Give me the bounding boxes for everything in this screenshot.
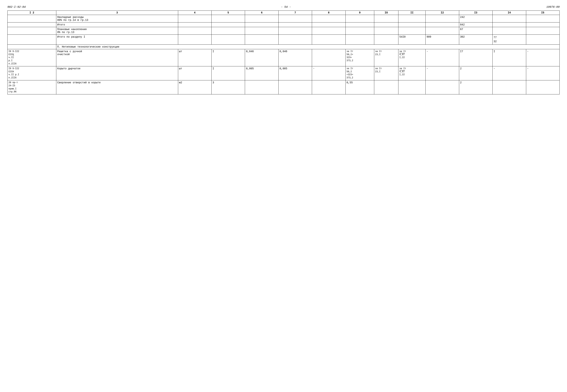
- cell-3-10: [398, 27, 426, 35]
- cell-3-13: [492, 27, 526, 35]
- planovye-row: Плановые накопления8% по гр.13 67: [8, 27, 560, 35]
- cell-3-8: [345, 27, 374, 35]
- cell-20-14: [526, 80, 560, 94]
- cell-2-7: [312, 23, 345, 27]
- cell-2-11: [426, 23, 459, 27]
- col-header-5: 6: [245, 11, 278, 15]
- cell-5-2: П. Нетиповые технологические конструкции: [56, 44, 559, 49]
- overhead-row: Накладные расходы80% по гр.14 в гр.13 24…: [8, 15, 560, 23]
- cell-19-6: 0,005: [278, 66, 312, 80]
- cell-18-14: -: [526, 49, 560, 66]
- main-table: I 2 3 4 5 6 7 8 9 IO II I2 I3 I4 I5 Накл…: [7, 11, 560, 94]
- cell-4-7: [312, 35, 345, 45]
- cell-20-9: [374, 80, 398, 94]
- cell-4-1: [8, 35, 56, 45]
- itogo-razdel-row: Итого по разделу I 54I0 909 302 7732: [8, 35, 560, 45]
- cell-20-11: [426, 80, 459, 94]
- cell-1-12: 242: [459, 15, 492, 23]
- cell-3-9: [374, 27, 398, 35]
- col-header-9: IO: [374, 11, 398, 15]
- cell-18-11: -: [426, 49, 459, 66]
- cell-19-12: 2: [459, 66, 492, 80]
- col-header-12: I3: [459, 11, 492, 15]
- cell-1-8: [345, 15, 374, 23]
- cell-20-13: [492, 80, 526, 94]
- col-header-13: I4: [492, 11, 526, 15]
- doc-number: 902-I-92-84: [7, 6, 26, 9]
- cell-2-9: [374, 23, 398, 27]
- col-header-14: I5: [526, 11, 560, 15]
- cell-3-7: [312, 27, 345, 35]
- cell-4-8: [345, 35, 374, 45]
- cell-18-5: 0,046: [245, 49, 278, 66]
- cell-19-1: I9 9-I22СССНч.II р.Iп.2II6: [8, 66, 56, 80]
- cell-3-14: [526, 27, 560, 35]
- cell-20-2: Сверление отверстий в корыте: [56, 80, 178, 94]
- row-20: 20 пр-т24-I5прим.Iстр.96 Сверление отвер…: [8, 80, 560, 94]
- column-header-row: I 2 3 4 5 6 7 8 9 IO II I2 I3 I4 I5: [8, 11, 560, 15]
- cell-19-7: -: [312, 66, 345, 80]
- cell-4-13: 7732: [492, 35, 526, 45]
- cell-4-9: [374, 35, 398, 45]
- cell-3-3: [178, 27, 211, 35]
- cell-18-12: I7: [459, 49, 492, 66]
- itogo-row: Итого 842: [8, 23, 560, 27]
- cell-19-14: -: [526, 66, 560, 80]
- col-header-7: 8: [312, 11, 345, 15]
- cell-19-9: за Iт23,I: [374, 66, 398, 80]
- cell-18-3: шт: [178, 49, 211, 66]
- cell-4-2: Итого по разделу I: [56, 35, 178, 45]
- cell-4-3: [178, 35, 211, 45]
- cell-20-4: 3: [212, 80, 245, 94]
- cell-2-3: [178, 23, 211, 27]
- cell-20-7: [312, 80, 345, 94]
- cell-2-12: 842: [459, 23, 492, 27]
- cell-2-14: [526, 23, 560, 27]
- cell-20-5: [245, 80, 278, 94]
- cell-20-1: 20 пр-т24-I5прим.Iстр.96: [8, 80, 56, 94]
- cell-3-6: [278, 27, 312, 35]
- cell-1-5: [245, 15, 278, 23]
- cell-4-10: 54I0: [398, 35, 426, 45]
- cell-20-6: [278, 80, 312, 94]
- cell-4-12: 302: [459, 35, 492, 45]
- col-header-3: 4: [178, 11, 211, 15]
- cell-18-4: I: [212, 49, 245, 66]
- cell-4-4: [212, 35, 245, 45]
- cell-20-8: 0,55: [345, 80, 374, 94]
- cell-2-8: [345, 23, 374, 27]
- cell-1-3: [178, 15, 211, 23]
- cell-3-1: [8, 27, 56, 35]
- col-header-4: 5: [212, 11, 245, 15]
- col-header-10: II: [398, 11, 426, 15]
- cell-2-10: [398, 23, 426, 27]
- cell-19-3: шт: [178, 66, 211, 80]
- col-header-8: 9: [345, 11, 374, 15]
- cell-1-11: [426, 15, 459, 23]
- cell-18-13: I: [492, 49, 526, 66]
- col-header-2: 3: [56, 11, 178, 15]
- cell-18-9: за Iт23,I: [374, 49, 398, 66]
- col-header-6: 7: [278, 11, 312, 15]
- cell-2-4: [212, 23, 245, 27]
- cell-19-11: -: [426, 66, 459, 80]
- cell-19-5: 0,005: [245, 66, 278, 80]
- cell-1-2: Накладные расходы80% по гр.14 в гр.13: [56, 15, 178, 23]
- row-19: I9 9-I22СССНч.II р.Iп.2II6 Корыто дырчат…: [8, 66, 560, 80]
- cell-5-1: [8, 44, 56, 49]
- page-header: 902-I-92-84 - 54 - 19976-09: [7, 6, 560, 9]
- cell-2-1: [8, 23, 56, 27]
- cell-18-1: I8 9-I22СCCЦч.IIр.Iп.2II6: [8, 49, 56, 66]
- cell-1-14: [526, 15, 560, 23]
- page-number: - 54 -: [26, 6, 546, 9]
- cell-3-4: [212, 27, 245, 35]
- cell-18-6: 0,046: [278, 49, 312, 66]
- cell-1-6: [278, 15, 312, 23]
- cell-3-11: [426, 27, 459, 35]
- cell-4-5: [245, 35, 278, 45]
- cell-1-13: [492, 15, 526, 23]
- cell-4-6: [278, 35, 312, 45]
- col-header-11: I2: [426, 11, 459, 15]
- cell-20-10: [398, 80, 426, 94]
- cell-19-8: за Iт50,2+323=373,2: [345, 66, 374, 80]
